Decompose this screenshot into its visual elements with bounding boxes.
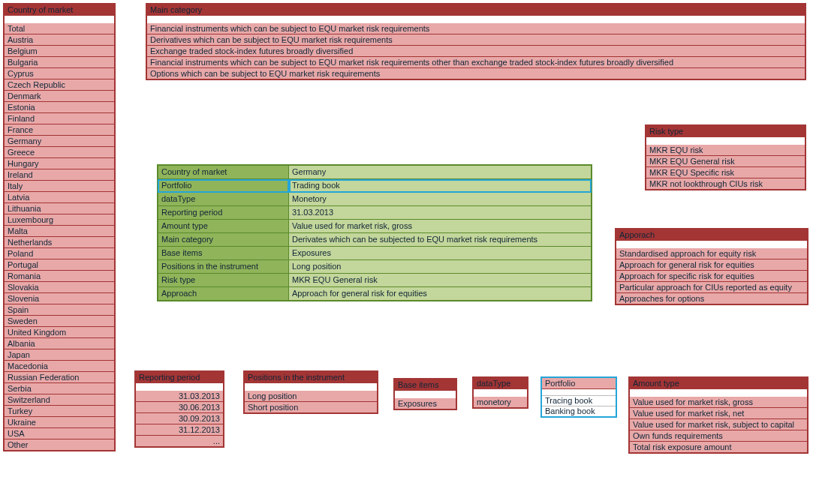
main-category-item[interactable]: Derivatives which can be subject to EQU … [147,34,805,46]
risk-type-item[interactable]: MKR EQU risk [646,145,805,156]
reporting-period-item[interactable]: ... [136,436,223,446]
country-item[interactable]: Greece [5,147,114,158]
portfolio-panel[interactable]: Portfolio Tracing book Banking book [540,376,617,418]
reporting-period-item[interactable]: 31.12.2013 [136,424,223,436]
risk-type-item[interactable]: MKR EQU Specific risk [646,167,805,178]
country-item[interactable]: Germany [5,136,114,147]
country-item[interactable]: Ireland [5,170,114,181]
country-item[interactable]: Czech Republic [5,80,114,91]
country-item[interactable]: Lithuania [5,203,114,214]
portfolio-item[interactable]: Tracing book [542,395,616,406]
approach-item[interactable]: Standardised approach for equity risk [616,248,807,260]
detail-row: Reporting period 31.03.2013 [158,206,592,220]
detail-row-selected[interactable]: Portfolio Trading book [158,179,592,193]
country-item[interactable]: Albania [5,338,114,350]
detail-label: Main category [158,233,289,247]
detail-row: Approach Approach for general risk for e… [158,287,592,302]
country-item[interactable]: Poland [5,248,114,260]
country-item[interactable]: Japan [5,350,114,361]
amount-type-item[interactable]: Value used for market risk, net [630,408,807,419]
country-item[interactable]: Sweden [5,316,114,327]
country-item[interactable]: Luxembourg [5,214,114,226]
country-item[interactable]: Other [5,440,114,450]
country-item[interactable]: USA [5,428,114,440]
risk-type-item[interactable]: MKR EQU General risk [646,156,805,167]
reporting-period-list: 31.03.2013 30.06.2013 30.09.2013 31.12.2… [136,391,223,446]
country-item[interactable]: Hungary [5,158,114,170]
detail-value: Derivates which can be subjected to EQU … [289,233,592,247]
approach-header: Apporach [616,230,807,241]
approach-item[interactable]: Approach for specific risk for equities [616,271,807,282]
detail-value: 31.03.2013 [289,206,592,220]
amount-type-item[interactable]: Own funds requirements [630,430,807,442]
country-item[interactable]: United Kingdom [5,327,114,338]
base-items-item[interactable]: Exposures [395,398,456,409]
country-item[interactable]: Macedonia [5,361,114,372]
detail-value: Value used for market risk, gross [289,220,592,233]
detail-row: Country of market Germany [158,165,592,179]
reporting-period-panel: Reporting period 31.03.2013 30.06.2013 3… [134,370,224,448]
detail-row: dataType Monetory [158,193,592,206]
country-item[interactable]: Bulgaria [5,57,114,68]
detail-label: Base items [158,247,289,260]
country-item[interactable]: Finland [5,113,114,124]
country-panel: Country of market Total Austria Belgium … [3,3,116,452]
risk-type-list: MKR EQU risk MKR EQU General risk MKR EQ… [646,145,805,189]
reporting-period-item[interactable]: 30.09.2013 [136,413,223,424]
approach-list: Standardised approach for equity risk Ap… [616,248,807,304]
detail-label: Approach [158,287,289,302]
main-category-item[interactable]: Exchange traded stock-index futures broa… [147,46,805,57]
country-item[interactable]: Slovakia [5,282,114,293]
approach-item[interactable]: Approach for general risk for equities [616,260,807,271]
country-item[interactable]: Netherlands [5,237,114,248]
reporting-period-item[interactable]: 31.03.2013 [136,391,223,402]
detail-value: Trading book [289,179,592,193]
country-item[interactable]: Latvia [5,192,114,203]
amount-type-item[interactable]: Total risk exposure amount [630,442,807,452]
detail-row: Positions in the instrument Long positio… [158,260,592,274]
approach-item[interactable]: Particular approach for CIUs reported as… [616,282,807,293]
country-item[interactable]: Serbia [5,383,114,394]
detail-row: Risk type MKR EQU General risk [158,274,592,287]
base-items-header: Base items [395,380,456,391]
amount-type-item[interactable]: Value used for market risk, subject to c… [630,419,807,430]
positions-item[interactable]: Short position [245,402,377,412]
country-item[interactable]: Cyprus [5,68,114,80]
reporting-period-item[interactable]: 30.06.2013 [136,402,223,413]
country-item[interactable]: Malta [5,226,114,237]
panel-spacer [245,383,377,391]
detail-table: Country of market Germany Portfolio Trad… [157,164,592,302]
positions-item[interactable]: Long position [245,391,377,402]
country-item[interactable]: Russian Federation [5,372,114,383]
portfolio-list: Tracing book Banking book [542,395,616,416]
risk-type-item[interactable]: MKR not lookthrough CIUs risk [646,178,805,189]
country-item[interactable]: France [5,124,114,136]
country-item[interactable]: Austria [5,34,114,46]
country-item[interactable]: Spain [5,304,114,316]
country-item[interactable]: Turkey [5,406,114,417]
country-item[interactable]: Switzerland [5,394,114,406]
detail-value: Approach for general risk for equities [289,287,592,302]
amount-type-item[interactable]: Value used for market risk, gross [630,397,807,408]
datatype-item[interactable]: monetory [474,397,527,407]
country-item[interactable]: Belgium [5,46,114,57]
country-item[interactable]: Romania [5,271,114,282]
country-item[interactable]: Total [5,23,114,34]
reporting-period-header: Reporting period [136,372,223,383]
positions-list: Long position Short position [245,391,377,412]
panel-spacer [646,137,805,145]
country-item[interactable]: Estonia [5,102,114,113]
amount-type-panel: Amount type Value used for market risk, … [628,376,808,454]
country-item[interactable]: Denmark [5,91,114,102]
country-item[interactable]: Portugal [5,260,114,271]
portfolio-item[interactable]: Banking book [542,406,616,416]
approach-item[interactable]: Approaches for options [616,293,807,304]
datatype-panel: dataType monetory [472,376,528,409]
country-item[interactable]: Slovenia [5,293,114,304]
main-category-item[interactable]: Financial instruments which can be subje… [147,57,805,68]
main-category-panel: Main category Financial instruments whic… [146,3,806,80]
main-category-item[interactable]: Options which can be subject to EQU mark… [147,68,805,79]
country-item[interactable]: Italy [5,181,114,192]
country-item[interactable]: Ukraine [5,417,114,428]
main-category-item[interactable]: Financial instruments which can be subje… [147,23,805,34]
